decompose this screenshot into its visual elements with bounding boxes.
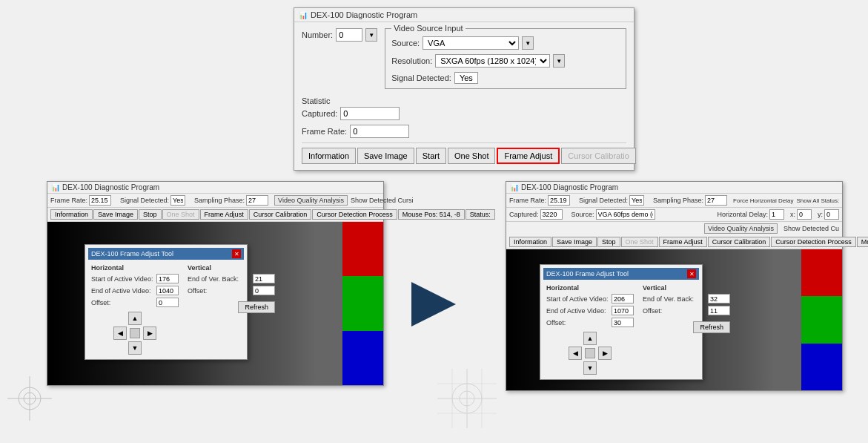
br-end-ver-input[interactable] [708,294,730,303]
br-force-horiz-label: Force Horizontal Delay [733,197,793,204]
source-dropdown-btn[interactable]: ▼ [522,36,534,50]
bl-one-shot-btn[interactable]: One Shot [162,209,199,220]
br-cursor-detection-btn[interactable]: Cursor Detection Process [771,237,856,247]
br-information-btn[interactable]: Information [509,237,551,247]
bottom-right-buttons: Information Save Image Stop One Shot Fra… [506,235,842,249]
statistic-label: Statistic [302,96,331,105]
bl-frame-adjust-dialog: DEX-100 Frame Adjust Tool ✕ Horizontal S… [85,244,248,360]
br-start-active-label: Start of Active Video: [546,295,609,303]
bottom-right-title-icon: 📊 [510,183,519,191]
br-captured-input [540,209,563,220]
bottom-left-title: 📊 [51,183,60,191]
br-dialog-close-btn[interactable]: ✕ [687,269,696,278]
br-ver-offset-label: Offset: [643,307,706,315]
save-image-button[interactable]: Save Image [357,148,414,164]
one-shot-button[interactable]: One Shot [448,148,495,164]
br-end-active-label: End of Active Video: [546,307,609,315]
br-end-active-input[interactable] [612,306,634,315]
br-save-image-btn[interactable]: Save Image [552,237,597,247]
resolution-select[interactable]: SXGA 60fps (1280 x 1024) [435,54,550,68]
bl-show-detected[interactable]: Show Detected Cursi [351,197,414,204]
br-y-input[interactable] [824,209,839,220]
bl-ver-offset-label: Offset: [188,287,251,295]
bottom-left-title-text: DEX-100 Diagnostic Program [62,183,159,191]
br-nav-right[interactable]: ▶ [598,347,612,360]
bottom-left-titlebar: 📊 DEX-100 Diagnostic Program [47,182,383,194]
bl-vertical-title: Vertical [188,264,275,272]
bottom-right-title-text: DEX-100 Diagnostic Program [521,183,618,191]
bl-nav-down[interactable]: ▼ [128,341,142,355]
bl-nav-left[interactable]: ◀ [113,326,127,340]
signal-detected-value: Yes [454,72,478,84]
br-refresh-btn[interactable]: Refresh [693,321,730,333]
br-frame-adjust-btn[interactable]: Frame Adjust [659,237,707,247]
br-horizontal-section: Horizontal Start of Active Video: End of… [546,284,634,375]
number-dropdown-btn[interactable]: ▼ [365,28,377,42]
br-dialog-titlebar: DEX-100 Frame Adjust Tool ✕ [543,268,699,280]
frame-adjust-button[interactable]: Frame Adjust [497,148,560,164]
br-show-detected[interactable]: Show Detected Cu [783,225,839,232]
br-dialog-title: DEX-100 Frame Adjust Tool [546,270,629,278]
bl-end-ver-input[interactable] [253,274,275,283]
bl-cursor-detection-btn[interactable]: Cursor Detection Process [312,209,397,220]
br-ver-offset-input[interactable] [708,306,730,315]
bl-frame-rate-input [89,195,111,206]
signal-detected-label: Signal Detected: [391,73,451,82]
bl-dialog-title: DEX-100 Frame Adjust Tool [91,250,173,257]
br-cursor-calibration-btn[interactable]: Cursor Calibration [708,237,771,247]
bl-stop-btn[interactable]: Stop [139,209,162,220]
br-nav-down[interactable]: ▼ [583,361,597,375]
bl-status-btn: Status: [466,209,495,220]
br-sampling-input [705,195,727,206]
br-video-quality-btn[interactable]: Video Quality Analysis [704,223,778,234]
bl-video-quality-btn[interactable]: Video Quality Analysis [274,195,348,206]
main-buttons-row: Information Save Image Start One Shot Fr… [302,142,626,164]
br-frame-rate-label: Frame Rate: [509,197,546,204]
bl-start-active-input[interactable] [156,274,179,283]
br-start-active-input[interactable] [612,294,634,303]
bottom-left-window: 📊 DEX-100 Diagnostic Program Frame Rate:… [47,181,384,386]
br-mouse-pos-btn: Mouse Pos: 514, -8 [857,237,868,247]
bl-frame-adjust-btn[interactable]: Frame Adjust [200,209,248,220]
bl-vertical-section: Vertical End of Ver. Back: Offset: Refre… [188,264,275,355]
br-one-shot-btn[interactable]: One Shot [621,237,658,247]
frame-rate-input [350,125,409,138]
bottom-left-toolbar: Frame Rate: Signal Detected: Sampling Ph… [47,194,383,208]
bl-end-active-input[interactable] [156,286,179,295]
br-vertical-section: Vertical End of Ver. Back: Offset: Refre… [643,284,730,375]
bl-sampling-label: Sampling Phase: [194,197,245,204]
start-button[interactable]: Start [416,148,446,164]
resolution-dropdown-btn[interactable]: ▼ [553,54,565,68]
bl-refresh-btn[interactable]: Refresh [238,301,275,313]
bl-nav-up[interactable]: ▲ [128,312,142,325]
bl-dialog-titlebar: DEX-100 Frame Adjust Tool ✕ [88,248,244,260]
number-input[interactable] [336,28,362,42]
bl-cursor-calibration-btn[interactable]: Cursor Calibration [249,209,312,220]
br-offset-input[interactable] [612,318,634,327]
captured-label: Captured: [302,109,337,118]
bottom-right-titlebar: 📊 DEX-100 Diagnostic Program [506,182,842,194]
br-nav-left[interactable]: ◀ [569,347,582,360]
bl-frame-rate-label: Frame Rate: [50,197,87,204]
br-vertical-title: Vertical [643,284,730,292]
source-select[interactable]: VGA [423,36,519,50]
bl-nav-right[interactable]: ▶ [143,326,156,340]
bl-information-btn[interactable]: Information [50,209,93,220]
br-x-input[interactable] [797,209,812,220]
right-arrow-icon [411,282,456,326]
bl-ver-offset-input[interactable] [253,286,275,295]
bottom-right-video: DEX-100 Frame Adjust Tool ✕ Horizontal S… [506,249,842,390]
br-horiz-delay-input[interactable] [769,209,784,220]
br-signal-value [629,195,644,206]
br-stop-btn[interactable]: Stop [597,237,620,247]
br-frame-rate-input [548,195,570,206]
br-nav-up[interactable]: ▲ [583,332,597,345]
cursor-calibration-button[interactable]: Cursor Calibratio [561,148,636,164]
main-window-titlebar: 📊 DEX-100 Diagnostic Program [294,8,634,22]
decorative-grid-left [7,376,52,421]
bottom-left-buttons: Information Save Image Stop One Shot Fra… [47,208,383,222]
bl-save-image-btn[interactable]: Save Image [93,209,138,220]
bl-offset-input[interactable] [156,298,179,307]
bl-dialog-close-btn[interactable]: ✕ [232,249,241,258]
information-button[interactable]: Information [302,148,356,164]
